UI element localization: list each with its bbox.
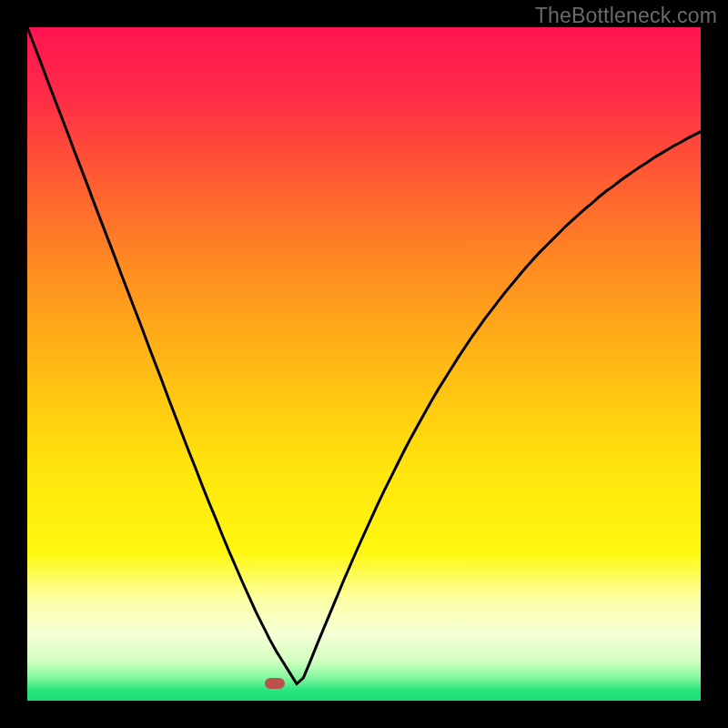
optimal-point-marker [265, 678, 285, 689]
plot-area [27, 27, 701, 701]
curve-layer [27, 27, 701, 701]
watermark-text: TheBottleneck.com [535, 4, 717, 28]
chart-frame: TheBottleneck.com [0, 0, 728, 728]
bottleneck-curve [27, 27, 701, 684]
